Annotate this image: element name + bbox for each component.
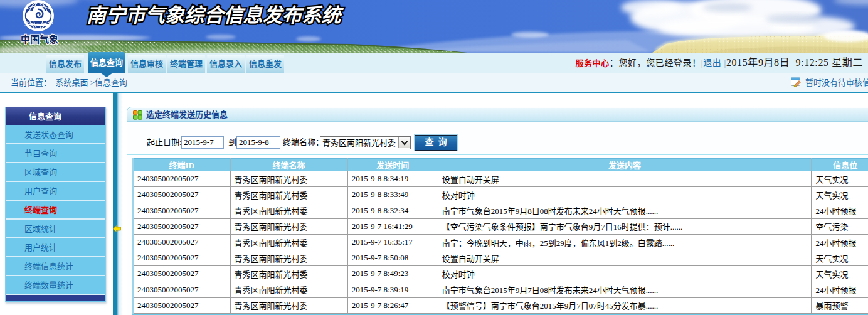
svg-text:中国气象: 中国气象	[21, 34, 58, 45]
svg-text:南宁市气象综合信息发布系统: 南宁市气象综合信息发布系统	[87, 4, 344, 26]
